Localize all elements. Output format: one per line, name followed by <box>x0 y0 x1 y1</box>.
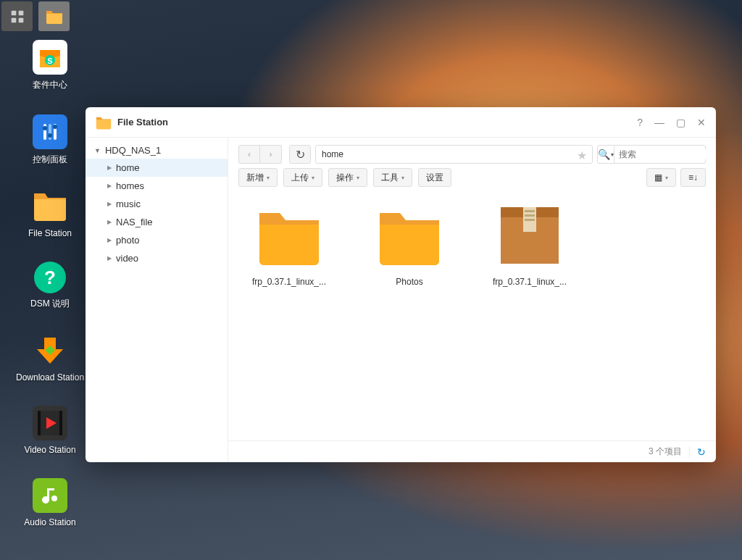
download-station-icon <box>33 333 67 368</box>
taskbar <box>0 0 71 33</box>
maximize-button[interactable]: ▢ <box>676 117 685 128</box>
chevron-down-icon: ▾ <box>357 175 359 181</box>
desktop-icon-package-center[interactable]: S 套件中心 <box>16 40 84 91</box>
desktop-icon-label: File Station <box>28 228 72 238</box>
desktop-icons: S 套件中心 控制面板 File Station ? DSM 说明 Downlo… <box>16 40 84 527</box>
search-input[interactable] <box>614 149 716 159</box>
file-item-archive[interactable]: frp_0.37.1_linux_... <box>479 204 580 430</box>
desktop-icon-control-panel[interactable]: 控制面板 <box>16 114 84 166</box>
svg-rect-2 <box>11 17 16 22</box>
favorite-star-icon[interactable]: ★ <box>577 149 587 162</box>
main-panel: ‹ › ↻ ★ 🔍▾ 新增▾ 上传▾ 操作▾ 工具▾ 设置 <box>228 138 716 462</box>
svg-point-10 <box>48 133 52 138</box>
folder-icon <box>46 9 63 24</box>
chevron-down-icon: ▾ <box>312 175 314 181</box>
svg-rect-19 <box>525 210 535 212</box>
sort-icon: ≡↓ <box>688 172 698 183</box>
view-mode-button[interactable]: ▦▾ <box>646 168 676 187</box>
refresh-button[interactable]: ↻ <box>289 145 311 164</box>
nav-back-button[interactable]: ‹ <box>238 145 260 164</box>
tree-item-nas-file[interactable]: ▶NAS_file <box>86 213 228 231</box>
svg-point-15 <box>51 496 57 501</box>
taskbar-file-station[interactable] <box>38 1 70 31</box>
close-button[interactable]: ✕ <box>697 117 706 128</box>
chevron-right-icon: ▶ <box>107 164 112 171</box>
sort-button[interactable]: ≡↓ <box>680 168 706 187</box>
file-item-folder[interactable]: Photos <box>359 204 460 430</box>
svg-rect-21 <box>525 219 535 221</box>
file-label: frp_0.37.1_linux_... <box>493 277 567 287</box>
tree-item-photo[interactable]: ▶photo <box>86 231 228 249</box>
file-grid[interactable]: frp_0.37.1_linux_... Photos frp_0.37.1_l… <box>228 194 716 440</box>
help-button[interactable]: ? <box>637 117 643 128</box>
video-station-icon <box>33 406 67 440</box>
new-button[interactable]: 新增▾ <box>238 168 278 187</box>
desktop-icon-file-station[interactable]: File Station <box>16 189 84 238</box>
action-toolbar: 新增▾ 上传▾ 操作▾ 工具▾ 设置 ▦▾ ≡↓ <box>228 168 716 194</box>
svg-rect-13 <box>38 411 41 435</box>
desktop-icon-label: DSM 说明 <box>30 298 70 310</box>
chevron-down-icon: ▾ <box>401 175 404 181</box>
desktop-icon-label: Audio Station <box>24 517 75 527</box>
window-app-icon <box>96 114 112 130</box>
chevron-down-icon: ▾ <box>665 175 668 181</box>
tree-item-music[interactable]: ▶music <box>86 195 228 213</box>
desktop-icon-label: 控制面板 <box>33 154 67 166</box>
chevron-down-icon: ▼ <box>94 147 101 154</box>
file-label: Photos <box>396 277 422 287</box>
desktop-icon-download-station[interactable]: Download Station <box>16 333 84 383</box>
tree-root[interactable]: ▼ HDQ_NAS_1 <box>86 142 228 159</box>
grid-icon: ▦ <box>654 172 662 183</box>
window-title: File Station <box>117 117 168 128</box>
chevron-down-icon: ▾ <box>267 175 270 181</box>
search-button[interactable]: 🔍▾ <box>598 146 614 163</box>
desktop-icon-audio-station[interactable]: Audio Station <box>16 478 84 527</box>
nav-forward-button[interactable]: › <box>260 145 282 164</box>
minimize-button[interactable]: — <box>654 117 664 128</box>
search-icon: 🔍 <box>598 149 610 160</box>
chevron-down-icon: ▾ <box>611 151 614 158</box>
help-icon: ? <box>34 262 66 293</box>
item-count: 3 个项目 <box>649 446 682 458</box>
operate-button[interactable]: 操作▾ <box>328 168 367 187</box>
svg-rect-1 <box>18 10 23 15</box>
address-toolbar: ‹ › ↻ ★ 🔍▾ <box>228 138 716 168</box>
chevron-right-icon: ▶ <box>107 201 112 207</box>
file-item-folder[interactable]: frp_0.37.1_linux_... <box>238 204 340 430</box>
svg-point-11 <box>53 125 57 129</box>
chevron-right-icon: ▶ <box>107 255 112 262</box>
svg-rect-3 <box>18 17 23 22</box>
tree-item-video[interactable]: ▶video <box>86 249 228 267</box>
audio-station-icon <box>33 478 67 513</box>
svg-point-9 <box>43 126 47 130</box>
tools-button[interactable]: 工具▾ <box>373 168 412 187</box>
chevron-right-icon: ▶ <box>107 219 112 225</box>
tree-item-homes[interactable]: ▶homes <box>86 177 228 195</box>
folder-tree-sidebar: ▼ HDQ_NAS_1 ▶home ▶homes ▶music ▶NAS_fil… <box>86 138 228 462</box>
path-input[interactable] <box>315 145 593 164</box>
status-refresh-button[interactable]: ↻ <box>689 446 706 458</box>
file-label: frp_0.37.1_linux_... <box>252 277 326 287</box>
folder-icon <box>257 204 322 267</box>
svg-rect-0 <box>11 10 16 15</box>
desktop-icon-video-station[interactable]: Video Station <box>16 406 84 455</box>
upload-button[interactable]: 上传▾ <box>283 168 322 187</box>
desktop-icon-dsm-help[interactable]: ? DSM 说明 <box>16 262 84 310</box>
tree-item-home[interactable]: ▶home <box>86 159 228 177</box>
settings-button[interactable]: 设置 <box>418 168 451 187</box>
window-titlebar[interactable]: File Station ? — ▢ ✕ <box>86 107 716 138</box>
svg-rect-20 <box>525 214 535 217</box>
status-bar: 3 个项目 ↻ <box>228 440 716 462</box>
control-panel-icon <box>33 114 67 149</box>
file-station-icon <box>33 189 67 224</box>
package-center-icon: S <box>33 40 67 75</box>
tree-root-label: HDQ_NAS_1 <box>105 145 161 156</box>
apps-grid-icon <box>10 9 25 24</box>
desktop-icon-label: Video Station <box>24 445 75 455</box>
apps-button[interactable] <box>1 1 33 31</box>
chevron-right-icon: ▶ <box>107 237 112 243</box>
search-box: 🔍▾ <box>597 145 706 164</box>
window-controls: ? — ▢ ✕ <box>637 117 706 128</box>
svg-rect-14 <box>59 411 62 435</box>
svg-text:S: S <box>47 57 52 65</box>
